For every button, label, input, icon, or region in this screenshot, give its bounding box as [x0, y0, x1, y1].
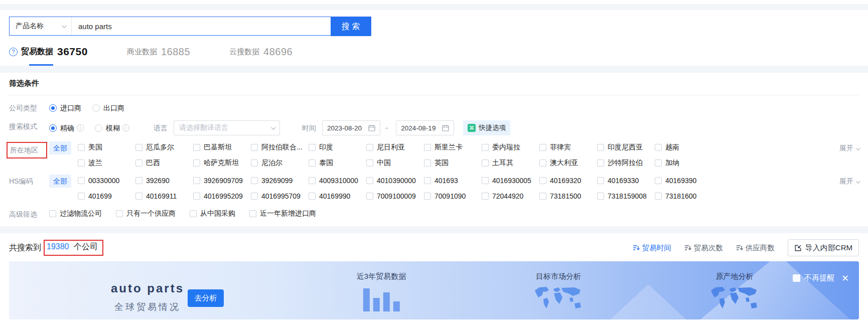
hs-code-checkbox[interactable]: 4009310000: [309, 175, 366, 186]
region-checkbox[interactable]: 巴基斯坦: [193, 142, 251, 153]
hs-code-checkbox[interactable]: 40169911: [135, 191, 193, 202]
region-checkbox[interactable]: 波兰: [78, 157, 135, 169]
hs-expand-link[interactable]: 展开: [839, 175, 859, 187]
data-tab[interactable]: 商业数据 16885: [127, 46, 190, 66]
checkbox-label: 中国: [377, 158, 391, 168]
hs-code-checkbox[interactable]: 39269099: [251, 175, 309, 186]
checkbox-label: 72044920: [492, 192, 523, 200]
advanced-checkbox[interactable]: 从中国采购: [190, 208, 235, 219]
hs-code-checkbox[interactable]: 3926909709: [193, 175, 251, 186]
advanced-checkbox[interactable]: 近一年新增进口商: [249, 208, 316, 219]
hs-code-checkbox[interactable]: 7009100009: [366, 191, 424, 202]
checkbox-icon: [366, 177, 373, 184]
hs-code-checkbox[interactable]: 73181500: [539, 191, 597, 202]
quick-options-button[interactable]: ⌘ 快捷选项: [463, 120, 510, 135]
sort-button[interactable]: 供应商数: [736, 243, 775, 253]
region-checkbox[interactable]: 阿拉伯联合...: [251, 142, 309, 153]
region-checkbox[interactable]: 厄瓜多尔: [135, 142, 193, 153]
hs-code-checkbox[interactable]: 4016995709: [251, 191, 309, 202]
tab-count: 16885: [161, 46, 190, 58]
search-mode-content: 精确 i 模糊 i 语言 请选择翻译语言 时间 2023-08-20: [49, 120, 510, 135]
region-checkbox[interactable]: 美国: [78, 142, 135, 153]
checkbox-icon: [193, 177, 200, 184]
hs-code-checkbox[interactable]: 4016995209: [193, 191, 251, 202]
sort-controls: 贸易时间 贸易次数 供应商数: [633, 243, 775, 253]
region-checkbox[interactable]: 英国: [424, 157, 482, 169]
region-checkbox[interactable]: 尼日利亚: [366, 142, 424, 153]
radio-option[interactable]: 精确 i: [49, 122, 84, 134]
checkbox-label: 4009310000: [319, 177, 358, 185]
advanced-checkbox[interactable]: 只有一个供应商: [116, 208, 176, 219]
checkbox-label: 土耳其: [492, 158, 513, 168]
start-date-picker[interactable]: 2023-08-20: [322, 120, 380, 135]
checkbox-label: 73181500: [550, 192, 581, 200]
analyze-button[interactable]: 去分析: [188, 289, 224, 307]
region-checkbox[interactable]: 印度尼西亚: [597, 142, 655, 153]
search-button[interactable]: 搜 索: [331, 17, 371, 36]
region-checkbox[interactable]: 委内瑞拉: [482, 142, 539, 153]
hs-all-button[interactable]: 全部: [49, 175, 71, 188]
search-input[interactable]: [72, 17, 331, 35]
hs-checkbox-row-1: 00330000 392690 3926909709 39269: [78, 175, 839, 186]
results-header: 共搜索到 19380 个公司 贸易时间: [9, 239, 859, 256]
region-checkbox[interactable]: 泰国: [309, 157, 366, 169]
language-select[interactable]: 请选择翻译语言: [174, 120, 280, 135]
region-checkbox[interactable]: 中国: [366, 157, 424, 169]
import-crm-button[interactable]: 导入内部CRM: [788, 239, 859, 256]
hs-code-checkbox[interactable]: 40169990: [309, 191, 366, 202]
checkbox-icon: [655, 177, 662, 184]
hs-code-checkbox[interactable]: 00330000: [78, 175, 135, 186]
checkbox-icon: [482, 159, 489, 167]
hs-code-checkbox[interactable]: 70091090: [424, 191, 482, 202]
region-checkbox[interactable]: 土耳其: [482, 157, 539, 169]
checkbox-icon: [366, 193, 373, 200]
checkbox-icon: [597, 144, 604, 151]
hs-code-checkbox[interactable]: 40169320: [539, 175, 597, 186]
region-checkbox[interactable]: 加纳: [655, 157, 712, 169]
info-icon[interactable]: i: [77, 124, 84, 131]
region-label-annotation: 所在地区: [7, 142, 47, 158]
hs-code-checkbox[interactable]: 4016930005: [482, 175, 539, 186]
sort-button[interactable]: 贸易次数: [684, 243, 723, 253]
radio-option[interactable]: 进口商: [49, 102, 81, 114]
data-tab[interactable]: ? 贸易数据 36750: [9, 46, 88, 66]
radio-option[interactable]: 模糊 i: [95, 122, 129, 134]
data-tab[interactable]: 云搜数据 48696: [229, 46, 293, 66]
origin-analysis-card-label: 原产地分析: [709, 272, 760, 281]
region-checkbox[interactable]: 斯里兰卡: [424, 142, 482, 153]
hs-code-checkbox[interactable]: 401693: [424, 175, 482, 186]
checkbox-icon: [482, 193, 489, 200]
region-all-button[interactable]: 全部: [49, 141, 71, 154]
hs-code-checkbox[interactable]: 4010390000: [366, 175, 424, 186]
info-icon[interactable]: i: [122, 124, 129, 131]
region-checkbox[interactable]: 印度: [309, 142, 366, 153]
close-icon[interactable]: ✕: [841, 274, 849, 283]
region-checkbox[interactable]: 沙特阿拉伯: [597, 157, 655, 169]
hs-code-checkbox[interactable]: 7318159008: [597, 191, 655, 202]
time-label: 时间: [302, 120, 316, 135]
region-checkbox[interactable]: 尼泊尔: [251, 157, 309, 169]
region-expand-link[interactable]: 展开: [839, 142, 859, 154]
hs-code-checkbox[interactable]: 40169390: [655, 175, 712, 186]
hs-code-checkbox[interactable]: 73181600: [655, 191, 712, 202]
hs-code-checkbox[interactable]: 401699: [78, 191, 135, 202]
region-checkbox[interactable]: 菲律宾: [539, 142, 597, 153]
sort-button[interactable]: 贸易时间: [633, 243, 671, 253]
hs-code-checkbox[interactable]: 72044920: [482, 191, 539, 202]
radio-icon: [49, 104, 57, 112]
advanced-checkbox[interactable]: 过滤物流公司: [49, 208, 102, 219]
end-date-picker[interactable]: 2024-08-19: [396, 120, 454, 135]
help-icon[interactable]: ?: [9, 48, 18, 56]
region-row: 所在地区 全部 美国 厄瓜多尔: [9, 135, 859, 169]
hs-code-checkbox[interactable]: 392690: [135, 175, 193, 186]
radio-option[interactable]: 出口商: [92, 102, 124, 114]
region-checkbox[interactable]: 哈萨克斯坦: [193, 157, 251, 169]
search-category-dropdown[interactable]: 产品名称: [10, 17, 72, 35]
hs-code-checkbox[interactable]: 40169330: [597, 175, 655, 186]
checkbox-icon: [116, 210, 123, 217]
checkbox-icon: [251, 177, 258, 184]
region-checkbox[interactable]: 越南: [655, 142, 712, 153]
region-checkbox[interactable]: 巴西: [135, 157, 193, 169]
dismiss-checkbox[interactable]: [793, 274, 800, 282]
region-checkbox[interactable]: 澳大利亚: [539, 157, 597, 169]
